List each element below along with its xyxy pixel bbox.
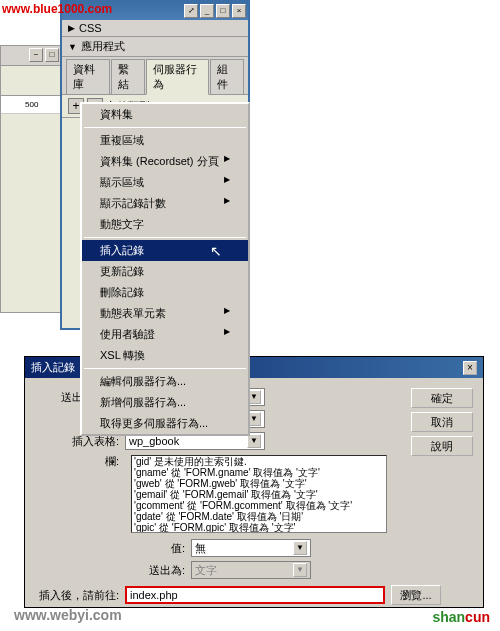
cancel-button[interactable]: 取消 — [411, 412, 473, 432]
submenu-arrow-icon: ▶ — [224, 175, 230, 190]
add-behavior-menu: 資料集 重複區域 資料集 (Recordset) 分頁▶ 顯示區域▶ 顯示記錄計… — [80, 102, 250, 436]
submenu-arrow-icon: ▶ — [224, 327, 230, 342]
after-insert-input[interactable] — [125, 586, 385, 604]
columns-label: 欄: — [35, 454, 125, 469]
menu-separator — [84, 127, 246, 128]
submenu-arrow-icon: ▶ — [224, 196, 230, 211]
menu-delete-record[interactable]: 刪除記錄 — [82, 282, 248, 303]
menu-new-behavior[interactable]: 新增伺服器行為... — [82, 392, 248, 413]
dropdown-icon: ▼ — [293, 541, 307, 555]
panel-tabs: 資料庫 繫結 伺服器行為 組件 — [62, 57, 248, 95]
panel-label: CSS — [79, 22, 102, 34]
menu-xsl-transform[interactable]: XSL 轉換 — [82, 345, 248, 366]
minimize-icon[interactable]: ⤢ — [184, 4, 198, 18]
menu-separator — [84, 368, 246, 369]
menu-dynamic-text[interactable]: 動態文字 — [82, 214, 248, 235]
menu-update-record[interactable]: 更新記錄 — [82, 261, 248, 282]
menu-record-count[interactable]: 顯示記錄計數▶ — [82, 193, 248, 214]
ok-button[interactable]: 確定 — [411, 388, 473, 408]
tab-components[interactable]: 組件 — [210, 59, 244, 94]
list-item[interactable]: 'gname' 從 'FORM.gname' 取得值為 '文字' — [132, 467, 386, 478]
list-item[interactable]: 'gemail' 從 'FORM.gemail' 取得值為 '文字' — [132, 489, 386, 500]
browse-button[interactable]: 瀏覽... — [391, 585, 441, 605]
close-icon[interactable]: × — [232, 4, 246, 18]
submenu-arrow-icon: ▶ — [224, 154, 230, 169]
menu-edit-behaviors[interactable]: 編輯伺服器行為... — [82, 371, 248, 392]
submenu-arrow-icon: ▶ — [224, 306, 230, 321]
max-icon[interactable]: □ — [216, 4, 230, 18]
menu-repeat-region[interactable]: 重複區域 — [82, 130, 248, 151]
dropdown-icon: ▼ — [293, 563, 307, 577]
list-item[interactable]: 'gid' 是未使用的主索引鍵. — [132, 456, 386, 467]
panel-label: 應用程式 — [81, 39, 125, 54]
css-panel-header[interactable]: ▶ CSS — [62, 20, 248, 37]
list-item[interactable]: 'gpic' 從 'FORM.gpic' 取得值為 '文字' — [132, 522, 386, 533]
value-label: 值: — [35, 541, 191, 556]
after-insert-label: 插入後，請前往: — [35, 588, 125, 603]
chevron-right-icon: ▶ — [68, 23, 75, 33]
menu-recordset-paging[interactable]: 資料集 (Recordset) 分頁▶ — [82, 151, 248, 172]
chevron-down-icon: ▼ — [68, 42, 77, 52]
menu-separator — [84, 237, 246, 238]
list-item[interactable]: 'gcomment' 從 'FORM.gcomment' 取得值為 '文字' — [132, 500, 386, 511]
cursor-icon: ↖ — [210, 243, 222, 259]
site-logo: shancun — [432, 609, 490, 625]
menu-user-auth[interactable]: 使用者驗證▶ — [82, 324, 248, 345]
list-item[interactable]: 'gweb' 從 'FORM.gweb' 取得值為 '文字' — [132, 478, 386, 489]
min-icon[interactable]: _ — [200, 4, 214, 18]
frag-btn[interactable]: □ — [45, 48, 59, 62]
columns-listbox[interactable]: 'gid' 是未使用的主索引鍵. 'gname' 從 'FORM.gname' … — [131, 455, 387, 533]
dialog-title: 插入記錄 — [31, 360, 75, 375]
editor-fragment-left: − □ 500 — [0, 45, 62, 313]
tab-database[interactable]: 資料庫 — [66, 59, 110, 94]
help-button[interactable]: 說明 — [411, 436, 473, 456]
menu-insert-record[interactable]: 插入記錄↖ — [82, 240, 248, 261]
menu-show-region[interactable]: 顯示區域▶ — [82, 172, 248, 193]
watermark-url-top: www.blue1000.com — [2, 2, 112, 16]
tab-bindings[interactable]: 繫結 — [111, 59, 145, 94]
submit-as-select: 文字▼ — [191, 561, 311, 579]
submit-as-label: 送出為: — [35, 563, 191, 578]
menu-get-more[interactable]: 取得更多伺服器行為... — [82, 413, 248, 434]
tab-server-behaviors[interactable]: 伺服器行為 — [146, 59, 210, 95]
frag-btn[interactable]: − — [29, 48, 43, 62]
ruler: 500 — [1, 96, 61, 114]
app-panel-header[interactable]: ▼ 應用程式 — [62, 37, 248, 57]
menu-dynamic-form[interactable]: 動態表單元素▶ — [82, 303, 248, 324]
watermark-url-bottom: www.webyi.com — [14, 607, 122, 623]
list-item[interactable]: 'gdate' 從 'FORM.date' 取得值為 '日期' — [132, 511, 386, 522]
value-select[interactable]: 無▼ — [191, 539, 311, 557]
dropdown-icon: ▼ — [247, 434, 261, 448]
menu-recordset[interactable]: 資料集 — [82, 104, 248, 125]
close-icon[interactable]: × — [463, 361, 477, 375]
